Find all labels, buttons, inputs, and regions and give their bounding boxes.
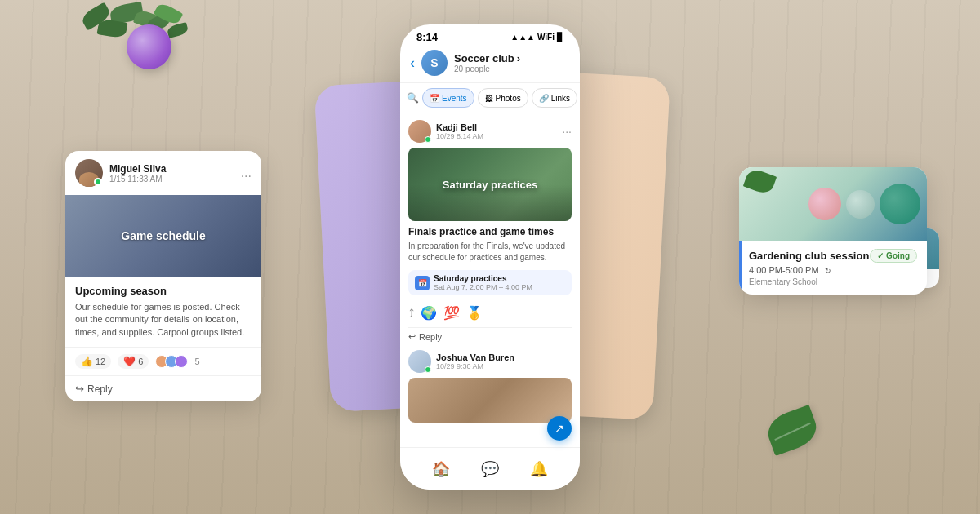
- post-timestamp: 10/29 8:14 AM: [436, 132, 483, 140]
- event-card-image: [739, 167, 927, 241]
- chat-icon: 💬: [481, 460, 499, 478]
- back-button[interactable]: ‹: [410, 55, 415, 72]
- photos-icon: 🖼: [485, 94, 493, 103]
- bell-icon: 🔔: [530, 460, 548, 478]
- post-user-row: Kadji Bell 10/29 8:14 AM: [408, 120, 483, 143]
- thumbs-up-count: 12: [96, 357, 105, 366]
- online-indicator: [94, 178, 102, 186]
- leaf-7: [167, 22, 189, 38]
- fab-compose-button[interactable]: ↗: [547, 416, 572, 441]
- reply-arrow-icon: ↩: [408, 331, 416, 342]
- event-time-value: 4:00 PM-5:00 PM: [749, 265, 819, 275]
- reaction-avatars: [155, 355, 188, 368]
- hundred-emoji[interactable]: 💯: [443, 305, 460, 321]
- going-badge[interactable]: ✓ Going: [870, 249, 917, 263]
- nav-home-button[interactable]: 🏠: [426, 454, 456, 484]
- post-description: In preparation for the Finals, we've upd…: [408, 241, 572, 264]
- going-label: Going: [886, 251, 910, 260]
- pink-ball: [808, 188, 841, 220]
- teal-ball: [880, 184, 920, 224]
- post-online-indicator: [425, 136, 431, 143]
- more-options-button[interactable]: ...: [241, 166, 252, 180]
- thumbs-up-reaction[interactable]: 👍 12: [75, 354, 111, 369]
- event-calendar-icon: 📅: [415, 276, 430, 290]
- events-tab-label: Events: [442, 94, 467, 103]
- reply-button[interactable]: ↩ Reply: [408, 327, 572, 342]
- mint-ball: [846, 190, 875, 219]
- event-card-content: Gardening club session ✓ Going 4:00 PM-5…: [739, 241, 927, 295]
- card-description: Our schedule for games is posted. Check …: [75, 301, 252, 339]
- battery-icon: ▊: [557, 33, 564, 42]
- heart-count: 6: [138, 357, 143, 366]
- post-image: Saturday practices: [408, 148, 572, 221]
- status-time: 8:14: [416, 31, 438, 43]
- post-image-text: Saturday practices: [443, 179, 537, 191]
- left-post-card: Miguel Silva 1/15 11:33 AM ... Game sche…: [65, 151, 261, 401]
- reply-icon: ↩: [75, 383, 84, 395]
- second-post: Joshua Van Buren 10/29 9:30 AM: [408, 350, 572, 423]
- avatars-count: 5: [194, 357, 199, 366]
- card-title: Upcoming season: [75, 285, 252, 297]
- group-members-count: 20 people: [454, 64, 570, 73]
- card-footer: ↩ Reply: [65, 375, 261, 401]
- group-info: Soccer club › 20 people: [454, 52, 570, 73]
- second-post-username: Joshua Van Buren: [436, 352, 514, 362]
- second-post-user-info: Joshua Van Buren 10/29 9:30 AM: [436, 352, 514, 370]
- link-icon: 🔗: [539, 94, 549, 103]
- medal-emoji[interactable]: 🥇: [466, 305, 483, 321]
- second-post-timestamp: 10/29 9:30 AM: [436, 362, 514, 370]
- tab-links[interactable]: 🔗 Links: [532, 88, 577, 108]
- reply-button[interactable]: ↩ Reply: [75, 383, 113, 395]
- thumbs-up-icon: 👍: [81, 356, 93, 367]
- avatar-wrapper: [75, 159, 103, 187]
- group-name[interactable]: Soccer club ›: [454, 52, 570, 64]
- globe-emoji[interactable]: 🌍: [421, 305, 437, 321]
- card-header: Miguel Silva 1/15 11:33 AM ...: [65, 151, 261, 195]
- event-chip[interactable]: 📅 Saturday practices Sat Aug 7, 2:00 PM …: [408, 270, 572, 295]
- event-details: Saturday practices Sat Aug 7, 2:00 PM – …: [434, 274, 565, 291]
- post-title: Finals practice and game times: [408, 226, 572, 237]
- card-image-background: Game schedule: [65, 195, 261, 277]
- username-label: Miguel Silva: [109, 163, 166, 175]
- card-content: Upcoming season Our schedule for games i…: [65, 277, 261, 347]
- second-post-user-row: Joshua Van Buren 10/29 9:30 AM: [408, 350, 514, 373]
- calendar-icon: 📅: [430, 94, 439, 103]
- check-icon: ✓: [877, 251, 884, 260]
- right-event-card: Gardening club session ✓ Going 4:00 PM-5…: [739, 167, 927, 295]
- post-username: Kadji Bell: [436, 122, 483, 132]
- event-card-title-row: Gardening club session ✓ Going: [749, 249, 917, 263]
- post-avatar-wrapper: [408, 120, 431, 143]
- deco-leaf: [743, 167, 777, 196]
- wifi-icon: WiFi: [537, 33, 555, 42]
- purple-ball-decoration: [127, 24, 172, 69]
- share-icon[interactable]: ⤴: [408, 307, 414, 320]
- status-icons: ▲▲▲ WiFi ▊: [510, 33, 564, 42]
- group-chevron-icon: ›: [517, 52, 520, 64]
- home-icon: 🏠: [432, 460, 450, 478]
- heart-icon: ❤️: [123, 356, 136, 367]
- event-time: Sat Aug 7, 2:00 PM – 4:00 PM: [434, 283, 565, 291]
- first-post-header: Kadji Bell 10/29 8:14 AM ···: [408, 120, 572, 143]
- user-info: Miguel Silva 1/15 11:33 AM: [75, 159, 166, 187]
- card-image-label: Game schedule: [121, 229, 206, 242]
- heart-reaction[interactable]: ❤️ 6: [118, 354, 149, 369]
- card-image: Game schedule: [65, 195, 261, 277]
- refresh-icon: ↻: [825, 267, 831, 275]
- decorative-balls: [808, 184, 920, 224]
- second-post-image-bg: [408, 378, 572, 423]
- post-more-icon[interactable]: ···: [562, 125, 572, 138]
- accent-stripe: [739, 241, 742, 295]
- post-time-label: 1/15 11:33 AM: [109, 175, 166, 184]
- status-bar: 8:14 ▲▲▲ WiFi ▊: [400, 24, 580, 47]
- reply-label: Reply: [87, 383, 113, 395]
- center-phone: 8:14 ▲▲▲ WiFi ▊ ‹ S Soccer club › 20 peo…: [400, 24, 580, 490]
- mini-avatar-3: [175, 355, 188, 368]
- tab-events[interactable]: 📅 Events: [422, 88, 474, 108]
- search-button[interactable]: 🔍: [407, 88, 419, 108]
- tab-photos[interactable]: 🖼 Photos: [478, 88, 528, 108]
- signal-icon: ▲▲▲: [510, 33, 535, 42]
- photos-tab-label: Photos: [496, 94, 521, 103]
- nav-notifications-button[interactable]: 🔔: [524, 454, 554, 484]
- nav-chat-button[interactable]: 💬: [475, 454, 505, 484]
- post-reactions: ⤴ 🌍 💯 🥇: [408, 302, 572, 324]
